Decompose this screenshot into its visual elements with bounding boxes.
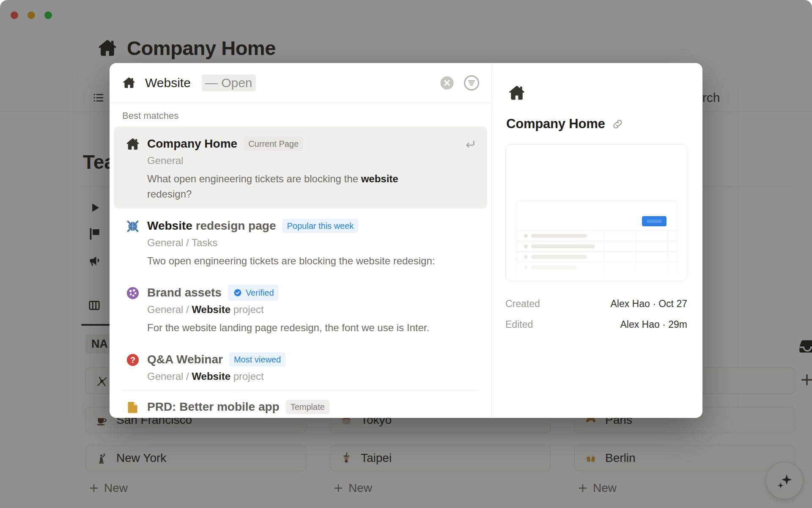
result-breadcrumb: General / Tasks	[147, 237, 217, 248]
result-title-match: Website	[147, 219, 192, 232]
result-title: Company Home	[147, 136, 237, 152]
edited-label: Edited	[505, 319, 533, 330]
enter-key-icon	[464, 138, 476, 151]
search-input-row[interactable]: Website — Open	[110, 63, 491, 103]
verified-badge: Verified	[228, 285, 279, 301]
result-brand-assets[interactable]: Brand assets Verified General / Website …	[114, 275, 487, 342]
document-icon	[126, 400, 140, 415]
search-autocomplete-suggestion[interactable]: — Open	[202, 74, 256, 91]
most-viewed-badge: Most viewed	[229, 352, 285, 367]
edited-value: Alex Hao · 29m	[620, 319, 687, 330]
search-results-pane: Website — Open Best matches Company Home…	[110, 63, 491, 418]
clear-search-button[interactable]	[440, 76, 454, 90]
result-breadcrumb: General / Website project	[147, 370, 285, 383]
page-preview-pane: Company Home	[491, 63, 702, 418]
verified-seal-icon	[233, 288, 243, 298]
results-list: Best matches Company Home Current Page G…	[110, 103, 491, 418]
page-preview-thumbnail[interactable]	[505, 144, 687, 281]
result-title: Q&A Webinar	[147, 351, 223, 368]
result-snippet: For the website landing page redesign, t…	[147, 320, 429, 335]
results-divider	[121, 390, 480, 390]
template-badge: Template	[286, 400, 329, 414]
popular-badge: Popular this week	[282, 219, 358, 233]
result-body: Q&A Webinar Most viewed General / Websit…	[147, 351, 285, 383]
result-snippet: Two open engineering tickets are blockin…	[147, 253, 435, 269]
result-title: PRD: Better mobile app	[147, 399, 280, 415]
result-snippet: What open engineering tickets are blocki…	[147, 171, 439, 202]
palette-icon	[126, 286, 140, 300]
result-website-redesign-page[interactable]: Website redesign page Popular this week …	[114, 209, 487, 275]
collapse-arrows-icon	[126, 219, 140, 233]
preview-fade	[506, 251, 687, 281]
search-query-text[interactable]: Website	[145, 76, 191, 90]
house-icon	[508, 84, 526, 102]
result-qa-webinar[interactable]: Q&A Webinar Most viewed General / Websit…	[114, 342, 487, 387]
result-body: Company Home Current Page General What o…	[147, 136, 439, 202]
results-section-label: Best matches	[122, 110, 487, 121]
search-modal: Website — Open Best matches Company Home…	[110, 63, 702, 418]
app-window: Company Home H arch Tea NA San Francisco	[0, 0, 812, 508]
edited-row: Edited Alex Hao · 29m	[505, 319, 687, 330]
result-prd-better-mobile-app[interactable]: PRD: Better mobile app Template General …	[114, 393, 487, 418]
filter-button[interactable]	[464, 75, 480, 91]
house-icon	[122, 76, 136, 90]
house-icon	[126, 137, 140, 151]
link-icon[interactable]	[612, 118, 623, 130]
result-body: Website redesign page Popular this week …	[147, 218, 435, 269]
created-value: Alex Hao · Oct 27	[610, 298, 687, 310]
preview-metadata: Created Alex Hao · Oct 27 Edited Alex Ha…	[505, 298, 687, 330]
result-body: PRD: Better mobile app Template General …	[147, 399, 329, 418]
result-breadcrumb: General	[147, 155, 183, 166]
result-title-rest: redesign page	[192, 219, 276, 232]
result-company-home[interactable]: Company Home Current Page General What o…	[114, 126, 487, 209]
preview-blue-button	[642, 216, 667, 226]
result-breadcrumb: General / Website project	[147, 303, 429, 316]
question-mark-icon	[126, 353, 140, 367]
preview-page-title: Company Home	[506, 116, 605, 132]
result-body: Brand assets Verified General / Website …	[147, 285, 429, 335]
result-title: Brand assets	[147, 285, 222, 301]
created-row: Created Alex Hao · Oct 27	[505, 298, 687, 310]
created-label: Created	[505, 298, 540, 310]
result-breadcrumb: General / Website project	[147, 417, 329, 418]
current-page-badge: Current Page	[244, 137, 303, 151]
